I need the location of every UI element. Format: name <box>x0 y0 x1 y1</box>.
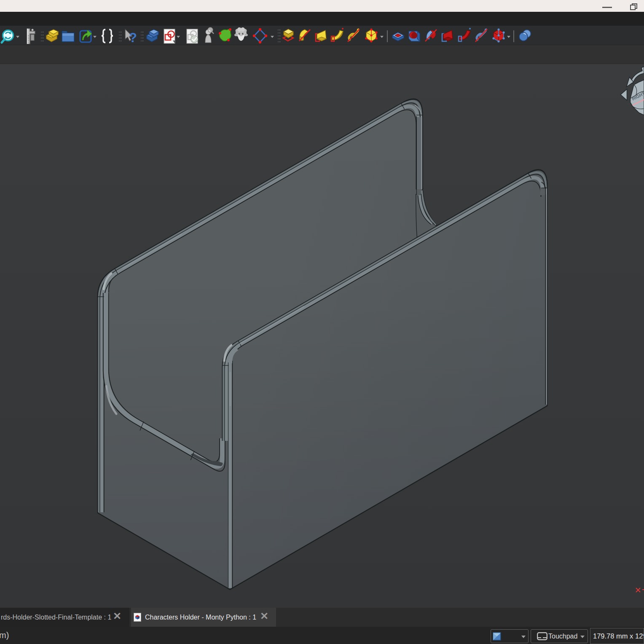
svg-text:?: ? <box>129 30 137 45</box>
